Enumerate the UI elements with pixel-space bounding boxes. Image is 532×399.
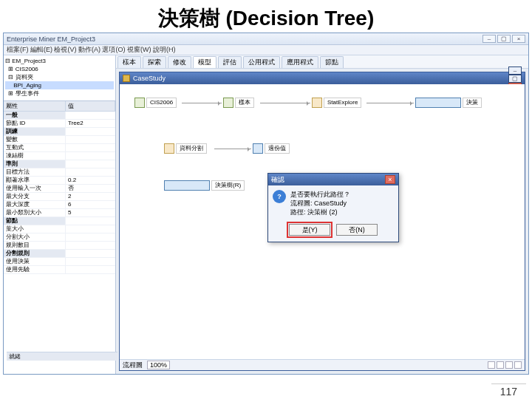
tree-icon: [164, 180, 210, 191]
property-row[interactable]: 最小類別大小5: [4, 209, 115, 217]
property-row[interactable]: 顯著水準0.2: [4, 177, 115, 185]
tree-icon: [415, 98, 461, 108]
node-label: 決策樹(R): [211, 180, 245, 191]
question-icon: ?: [273, 190, 286, 203]
property-row[interactable]: 使用先驗: [4, 266, 115, 274]
diagram-statusbar: 流程圖 100%: [120, 359, 525, 370]
menubar[interactable]: 檔案(F) 編輯(E) 檢視(V) 動作(A) 選項(O) 視窗(W) 說明(H…: [4, 45, 528, 55]
data-source-icon: [134, 98, 145, 108]
property-row[interactable]: 準則: [4, 160, 115, 168]
sample-icon: [223, 98, 233, 108]
tab-apps[interactable]: 應用程式: [282, 56, 318, 68]
property-row[interactable]: 規則數目: [4, 242, 115, 250]
property-row[interactable]: 最大分支2: [4, 193, 115, 201]
connector: [260, 103, 310, 103]
app-title: Enterprise Miner EM_Project3: [7, 35, 95, 43]
tab-utility[interactable]: 公用程式: [243, 56, 280, 68]
dialog-message: 是否要執行此路徑？ 流程圖: CaseStudy 路徑: 決策樹 (2): [290, 190, 350, 216]
node-label: 決策: [463, 98, 482, 108]
diagram-titlebar: CaseStudy – ▢ ×: [120, 72, 525, 84]
project-tree[interactable]: ⊟ EM_Project3 ⊞ CIS2006 ⊟ 資料夾 BPI_Aging …: [4, 55, 115, 101]
zoom-level[interactable]: 100%: [147, 361, 170, 369]
node-label: 樣本: [235, 98, 254, 108]
node-label: 資料分割: [176, 143, 207, 154]
tree-item-selected[interactable]: BPI_Aging: [5, 81, 114, 89]
menubar-items[interactable]: 檔案(F) 編輯(E) 檢視(V) 動作(A) 選項(O) 視窗(W) 說明(H…: [7, 45, 175, 55]
statusbar-icon[interactable]: [505, 361, 513, 369]
tree-item[interactable]: ⊞ CIS2006: [5, 65, 114, 73]
slide-title: 決策樹 (Decision Tree): [0, 0, 532, 34]
tab-explore[interactable]: 探索: [143, 56, 166, 68]
node-decision-tree[interactable]: 決策: [415, 98, 482, 108]
node-decision-tree-2[interactable]: 決策樹(R): [164, 180, 245, 191]
partition-icon: [164, 143, 174, 154]
dialog-title: 確認: [271, 175, 284, 185]
dialog-close-button[interactable]: ×: [385, 175, 395, 184]
app-titlebar: Enterprise Miner EM_Project3 – ▢ ×: [4, 33, 528, 45]
help-bar: 就緒: [7, 352, 117, 361]
statusbar-icon[interactable]: [514, 361, 522, 369]
node-label: 過份值: [265, 143, 290, 154]
confirm-dialog: 確認 × ? 是否要執行此路徑？ 流程圖: CaseStudy 路徑: 決策樹 …: [267, 173, 399, 242]
property-row[interactable]: 凍結樹: [4, 152, 115, 160]
diagram-maximize-button[interactable]: ▢: [508, 75, 522, 83]
tree-item[interactable]: ⊞ 學生事件: [5, 89, 114, 98]
property-row[interactable]: 變數: [4, 136, 115, 144]
node-label: CIS2006: [146, 98, 177, 108]
property-row[interactable]: 葉大小: [4, 225, 115, 233]
property-row[interactable]: 互動式: [4, 144, 115, 152]
property-row[interactable]: 訓練: [4, 128, 115, 136]
property-row[interactable]: 目標方法: [4, 168, 115, 177]
statusbar-label: 流程圖: [123, 361, 143, 370]
property-row[interactable]: 使用輸入一次否: [4, 185, 115, 193]
minimize-button[interactable]: –: [482, 35, 496, 43]
app-window: Enterprise Miner EM_Project3 – ▢ × 檔案(F)…: [3, 33, 529, 375]
diagram-canvas[interactable]: CIS2006 樣本 StatExplore 決策: [120, 84, 525, 359]
statusbar-icon[interactable]: [497, 361, 504, 369]
propgrid-header-name: 屬性: [4, 101, 66, 111]
tab-model[interactable]: 模型: [193, 56, 216, 68]
dialog-titlebar: 確認 ×: [268, 174, 398, 185]
diagram-title: CaseStudy: [133, 75, 166, 82]
property-row[interactable]: 使用決策: [4, 258, 115, 266]
connector: [182, 103, 222, 103]
statusbar-icon[interactable]: [488, 361, 495, 369]
tab-assess[interactable]: 評估: [218, 56, 242, 68]
maximize-button[interactable]: ▢: [497, 35, 511, 43]
tree-item[interactable]: ⊟ 資料夾: [5, 73, 114, 81]
tab-strip[interactable]: 樣本 探索 修改 模型 評估 公用程式 應用程式 節點: [116, 55, 528, 69]
tab-modify[interactable]: 修改: [168, 56, 191, 68]
node-sample[interactable]: 樣本: [223, 98, 254, 108]
node-data-source[interactable]: CIS2006: [134, 98, 177, 108]
node-partition[interactable]: 資料分割: [164, 143, 207, 154]
node-statexplore[interactable]: StatExplore: [312, 98, 361, 108]
property-row[interactable]: 節點: [4, 217, 115, 225]
property-row[interactable]: 最大深度6: [4, 201, 115, 209]
node-filter[interactable]: 過份值: [253, 143, 290, 154]
tab-nodes[interactable]: 節點: [320, 56, 344, 68]
property-row[interactable]: 分割規則: [4, 250, 115, 258]
filter-icon: [253, 143, 263, 154]
property-row[interactable]: 節點 IDTree2: [4, 120, 115, 128]
propgrid-header-value: 值: [66, 101, 115, 111]
page-number: 117: [491, 383, 526, 398]
connector: [366, 103, 414, 103]
node-label: StatExplore: [324, 98, 361, 108]
tree-item[interactable]: ⊟ EM_Project3: [5, 57, 114, 65]
tab-sample[interactable]: 樣本: [117, 56, 141, 68]
statexplore-icon: [312, 98, 322, 108]
diagram-icon: [123, 75, 130, 82]
property-row[interactable]: 一般: [4, 112, 115, 120]
property-row[interactable]: 分割大小: [4, 233, 115, 242]
connector: [214, 149, 251, 149]
yes-button[interactable]: 是(Y): [289, 224, 330, 236]
close-button[interactable]: ×: [512, 35, 525, 43]
property-grid[interactable]: 屬性 值 一般節點 IDTree2訓練變數互動式凍結樹準則目標方法顯著水準0.2…: [4, 101, 115, 374]
diagram-minimize-button[interactable]: –: [508, 66, 522, 75]
diagram-window: CaseStudy – ▢ × CIS2006 樣本: [119, 72, 525, 371]
no-button[interactable]: 否(N): [336, 224, 378, 236]
